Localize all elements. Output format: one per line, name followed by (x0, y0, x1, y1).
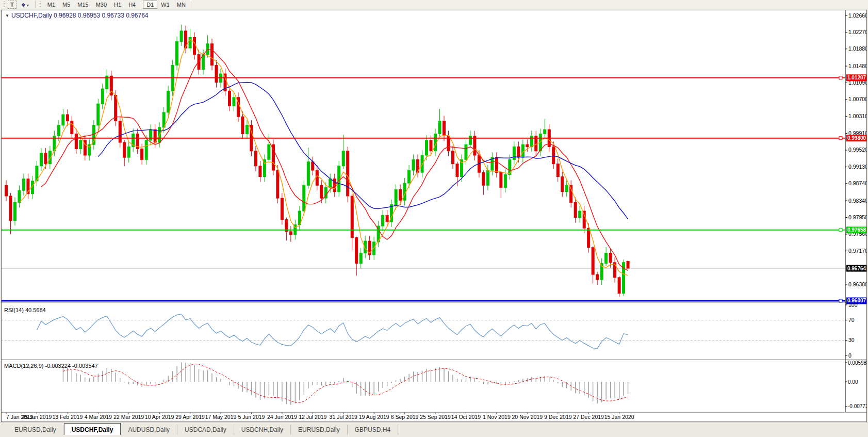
ma-slow-line (98, 83, 628, 219)
timeframe-button-h4[interactable]: H4 (125, 1, 139, 9)
chart-title-layer: ▼USDCHF,Daily 0.96928 0.96953 0.96733 0.… (5, 12, 149, 19)
timeframe-button-m5[interactable]: M5 (59, 1, 74, 9)
caret-down-icon: ▾ (27, 3, 29, 8)
chart-tab-audusd-daily[interactable]: AUDUSD,Daily (121, 425, 177, 435)
timeframe-button-m15[interactable]: M15 (74, 1, 92, 9)
svg-text:24 Jun 2019: 24 Jun 2019 (267, 414, 297, 420)
timeframe-button-m1[interactable]: M1 (44, 1, 59, 9)
ma-medium-line (41, 50, 628, 270)
svg-text:0.97658: 0.97658 (847, 227, 866, 233)
svg-text:1.00310: 1.00310 (848, 113, 867, 119)
svg-text:1.02270: 1.02270 (848, 29, 867, 35)
chart-tab-eurusd-daily[interactable]: EURUSD,Daily (7, 425, 64, 435)
svg-text:0.00: 0.00 (848, 379, 858, 385)
chart-tab-gbpusd-h4[interactable]: GBPUSD,H4 (348, 425, 398, 435)
axis-price-label: 0.97658 (846, 226, 867, 233)
toolbar-separator (35, 1, 36, 8)
templates-icon: ❖ (21, 2, 26, 8)
timeframe-button-m30[interactable]: M30 (92, 1, 110, 9)
macd-pane-layer: 0.0059860.00-0.007737MACD(12,26,9) -0.00… (4, 360, 867, 410)
svg-text:20 Nov 2019: 20 Nov 2019 (512, 414, 543, 420)
timeframe-button-d1[interactable]: D1 (143, 1, 157, 9)
svg-text:0.99130: 0.99130 (848, 164, 867, 170)
svg-text:0.005986: 0.005986 (848, 360, 867, 366)
svg-text:19 Aug 2019: 19 Aug 2019 (359, 414, 389, 420)
svg-text:13 Feb 2019: 13 Feb 2019 (52, 414, 83, 420)
svg-text:1 Nov 2019: 1 Nov 2019 (483, 414, 511, 420)
svg-text:100: 100 (848, 302, 858, 308)
status-strip (0, 435, 868, 437)
svg-text:0.98740: 0.98740 (848, 180, 867, 186)
svg-text:17 May 2019: 17 May 2019 (205, 414, 237, 420)
axis-price-label: 0.96764 (846, 265, 867, 272)
timeframe-button-group: M1M5M15M30H1H4D1W1MN (44, 1, 193, 9)
svg-text:0.97950: 0.97950 (848, 214, 867, 220)
toolbar-separator (141, 1, 141, 8)
axis-price-label: 1.01207 (846, 74, 867, 81)
chart-tab-eurusd-daily[interactable]: EURUSD,Daily (291, 425, 348, 435)
macd-signal-line (63, 364, 628, 403)
rsi-pane-layer: 10070300RSI(14) 40.5684 (1, 302, 858, 359)
top-toolbar: T ❖▾ M1M5M15M30H1H4D1W1MN (0, 0, 868, 9)
svg-text:1.02660: 1.02660 (848, 12, 867, 19)
svg-text:4 Mar 2019: 4 Mar 2019 (85, 414, 112, 420)
svg-text:15 Jan 2020: 15 Jan 2020 (604, 414, 634, 420)
toolbar-separator (191, 1, 191, 8)
price-chart-canvas[interactable]: 1.026601.022701.018801.014801.010901.007… (1, 10, 867, 422)
svg-text:31 Jul 2019: 31 Jul 2019 (330, 414, 357, 420)
svg-text:27 Dec 2019: 27 Dec 2019 (573, 414, 604, 420)
ma-fast-line (20, 40, 628, 276)
text-tool-button[interactable]: T (8, 1, 17, 9)
timeframe-button-mn[interactable]: MN (173, 1, 189, 9)
chart-tab-bar: EURUSD,DailyUSDCHF,DailyAUDUSD,DailyUSDC… (0, 423, 868, 435)
svg-text:25 Sep 2019: 25 Sep 2019 (420, 414, 451, 420)
price-axis-layer: 1.026601.022701.018801.014801.010901.007… (845, 12, 867, 288)
svg-text:▼: ▼ (5, 13, 9, 18)
chart-window[interactable]: 1.026601.022701.018801.014801.010901.007… (1, 10, 867, 422)
svg-text:14 Oct 2019: 14 Oct 2019 (451, 414, 481, 420)
svg-text:10 Apr 2019: 10 Apr 2019 (145, 414, 174, 420)
svg-text:1.01480: 1.01480 (848, 63, 867, 69)
axis-price-label: 0.99800 (846, 135, 867, 141)
svg-text:5 Jun 2019: 5 Jun 2019 (238, 414, 265, 420)
svg-text:1.01880: 1.01880 (848, 45, 867, 52)
templates-button[interactable]: ❖▾ (18, 1, 32, 9)
svg-text:1.01207: 1.01207 (847, 75, 866, 80)
svg-text:6 Sep 2019: 6 Sep 2019 (391, 414, 419, 420)
candles-layer (5, 24, 630, 297)
frame-layer (1, 10, 867, 412)
svg-text:1.00700: 1.00700 (848, 96, 867, 102)
chart-tab-usdchf-daily[interactable]: USDCHF,Daily (64, 423, 121, 435)
timeframe-button-h1[interactable]: H1 (110, 1, 125, 9)
svg-text:70: 70 (848, 317, 855, 323)
svg-text:RSI(14) 40.5684: RSI(14) 40.5684 (4, 307, 46, 313)
moving-averages-layer (20, 40, 628, 276)
svg-text:-0.007737: -0.007737 (848, 403, 867, 409)
chart-tab-usdcnh-daily[interactable]: USDCNH,Daily (234, 425, 291, 435)
svg-text:25 Jan 2019: 25 Jan 2019 (22, 414, 52, 420)
chart-tabs: EURUSD,DailyUSDCHF,DailyAUDUSD,DailyUSDC… (7, 423, 398, 435)
svg-text:0.98340: 0.98340 (848, 198, 867, 204)
rsi-line (37, 314, 628, 349)
svg-text:30: 30 (848, 337, 855, 343)
svg-text:0.97170: 0.97170 (848, 248, 867, 254)
svg-text:USDCHF,Daily 0.96928 0.96953: USDCHF,Daily 0.96928 0.96953 0.96733 0.9… (11, 12, 149, 19)
toolbar-grip[interactable] (4, 2, 5, 8)
svg-text:22 Mar 2019: 22 Mar 2019 (113, 414, 144, 420)
svg-text:9 Dec 2019: 9 Dec 2019 (544, 414, 572, 420)
toolbar-grip[interactable] (40, 2, 41, 8)
svg-text:29 Apr 2019: 29 Apr 2019 (175, 414, 205, 420)
chart-tab-usdcad-daily[interactable]: USDCAD,Daily (177, 425, 234, 435)
svg-text:0.99800: 0.99800 (847, 135, 866, 141)
svg-text:0: 0 (848, 352, 851, 359)
svg-text:0.96764: 0.96764 (847, 266, 866, 271)
svg-text:0.99520: 0.99520 (848, 147, 867, 153)
svg-text:12 Jul 2019: 12 Jul 2019 (299, 414, 326, 420)
svg-text:0.96380: 0.96380 (848, 281, 867, 287)
date-axis-layer: 7 Jan 201925 Jan 201913 Feb 20194 Mar 20… (6, 412, 634, 420)
svg-text:MACD(12,26,9) -0.003224 -0.003: MACD(12,26,9) -0.003224 -0.003547 (4, 363, 98, 369)
timeframe-button-w1[interactable]: W1 (157, 1, 173, 9)
